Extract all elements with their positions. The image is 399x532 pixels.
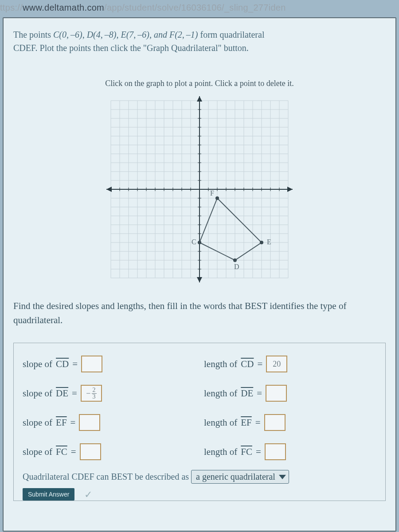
- conclusion-row: Quadrilateral CDEF can BEST be described…: [23, 470, 376, 484]
- length-de-input[interactable]: [266, 385, 287, 402]
- length-fc-input[interactable]: [265, 443, 286, 460]
- chevron-down-icon: [279, 475, 286, 479]
- point-c[interactable]: [198, 241, 201, 244]
- submit-answer-button[interactable]: Submit Answer: [23, 488, 74, 501]
- slope-de-row: slope of DE = − 2 3: [23, 385, 195, 402]
- slope-ef-input[interactable]: [79, 414, 100, 431]
- length-cd-input[interactable]: 20: [266, 356, 287, 372]
- quadrilateral-shape: [200, 198, 262, 260]
- length-cd-row: length of CD = 20: [204, 356, 376, 372]
- point-e[interactable]: [260, 241, 263, 244]
- point-label-c: C: [192, 238, 196, 246]
- svg-marker-45: [106, 187, 112, 192]
- coordinate-graph[interactable]: C D E F: [102, 92, 297, 287]
- graph-instruction: Click on the graph to plot a point. Clic…: [13, 79, 386, 88]
- answer-section: slope of CD = length of CD = 20 slope of…: [13, 343, 386, 501]
- svg-marker-47: [197, 277, 202, 282]
- svg-marker-46: [197, 96, 202, 102]
- length-fc-row: length of FC =: [204, 443, 376, 460]
- length-ef-input[interactable]: [264, 414, 286, 431]
- dropdown-selected: a generic quadrilateral: [196, 472, 275, 482]
- point-label-f: F: [210, 189, 214, 197]
- problem-statement: The points C(0, –6), D(4, –8), E(7, –6),…: [13, 28, 386, 55]
- length-de-row: length of DE =: [204, 385, 376, 402]
- svg-marker-44: [287, 187, 293, 192]
- url-bar: ttps://www.deltamath.com/app/student/sol…: [0, 0, 399, 17]
- problem-panel: The points C(0, –6), D(4, –8), E(7, –6),…: [3, 17, 396, 532]
- slope-fc-input[interactable]: [80, 443, 101, 460]
- point-label-d: D: [234, 263, 239, 270]
- slope-fc-row: slope of FC =: [23, 443, 195, 460]
- length-ef-row: length of EF =: [204, 414, 376, 431]
- check-icon: ✓: [84, 489, 92, 501]
- point-d[interactable]: [233, 258, 237, 262]
- point-label-e: E: [267, 238, 271, 246]
- instruction-text: Find the desired slopes and lengths, the…: [13, 299, 386, 327]
- point-f[interactable]: [215, 196, 219, 200]
- slope-cd-input[interactable]: [81, 356, 102, 372]
- quadrilateral-type-dropdown[interactable]: a generic quadrilateral: [191, 470, 289, 484]
- slope-de-input[interactable]: − 2 3: [81, 385, 102, 402]
- slope-ef-row: slope of EF =: [23, 414, 195, 431]
- slope-cd-row: slope of CD =: [23, 356, 195, 372]
